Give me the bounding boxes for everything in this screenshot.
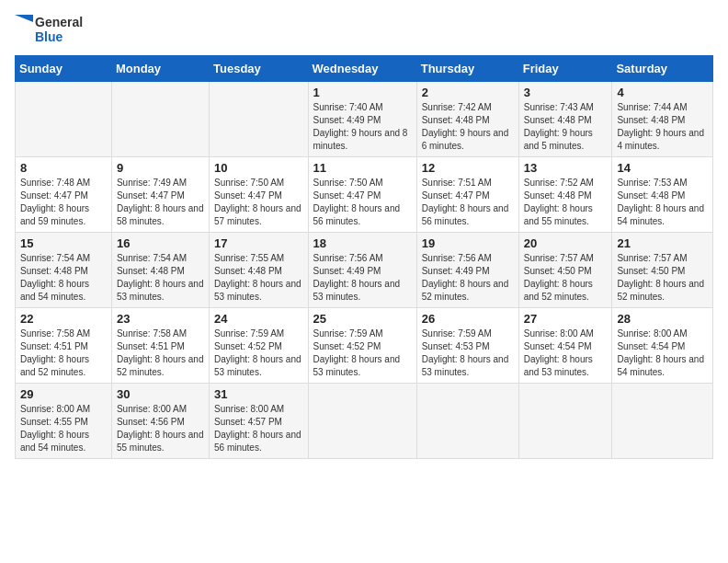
day-number: 20 bbox=[524, 236, 608, 250]
logo: General Blue bbox=[15, 15, 83, 44]
day-info: Sunrise: 7:51 AMSunset: 4:47 PMDaylight:… bbox=[422, 177, 514, 228]
week-row-5: 29Sunrise: 8:00 AMSunset: 4:55 PMDayligh… bbox=[16, 384, 713, 459]
day-info: Sunrise: 7:58 AMSunset: 4:51 PMDaylight:… bbox=[20, 327, 107, 379]
day-cell: 8Sunrise: 7:48 AMSunset: 4:47 PMDaylight… bbox=[16, 157, 112, 233]
day-number: 30 bbox=[117, 387, 204, 401]
svg-marker-0 bbox=[15, 15, 33, 22]
day-cell: 27Sunrise: 8:00 AMSunset: 4:54 PMDayligh… bbox=[518, 308, 612, 384]
week-row-2: 8Sunrise: 7:48 AMSunset: 4:47 PMDaylight… bbox=[16, 157, 713, 233]
day-cell: 26Sunrise: 7:59 AMSunset: 4:53 PMDayligh… bbox=[416, 308, 518, 384]
day-info: Sunrise: 7:53 AMSunset: 4:48 PMDaylight:… bbox=[617, 177, 708, 228]
day-info: Sunrise: 7:49 AMSunset: 4:47 PMDaylight:… bbox=[117, 177, 204, 228]
week-row-4: 22Sunrise: 7:58 AMSunset: 4:51 PMDayligh… bbox=[16, 308, 713, 384]
col-header-friday: Friday bbox=[518, 56, 612, 82]
day-cell bbox=[416, 384, 518, 459]
col-header-saturday: Saturday bbox=[612, 56, 713, 82]
day-cell bbox=[612, 384, 713, 459]
day-info: Sunrise: 8:00 AMSunset: 4:54 PMDaylight:… bbox=[617, 327, 708, 379]
day-number: 28 bbox=[617, 312, 708, 326]
day-number: 23 bbox=[117, 312, 204, 326]
day-info: Sunrise: 7:54 AMSunset: 4:48 PMDaylight:… bbox=[20, 252, 107, 304]
day-cell bbox=[518, 384, 612, 459]
day-number: 13 bbox=[524, 161, 608, 175]
day-number: 8 bbox=[20, 161, 107, 175]
col-header-thursday: Thursday bbox=[416, 56, 518, 82]
day-cell: 3Sunrise: 7:43 AMSunset: 4:48 PMDaylight… bbox=[518, 82, 612, 157]
day-info: Sunrise: 7:57 AMSunset: 4:50 PMDaylight:… bbox=[524, 252, 608, 304]
day-cell: 10Sunrise: 7:50 AMSunset: 4:47 PMDayligh… bbox=[210, 157, 308, 233]
day-cell: 12Sunrise: 7:51 AMSunset: 4:47 PMDayligh… bbox=[416, 157, 518, 233]
col-header-wednesday: Wednesday bbox=[308, 56, 416, 82]
day-cell: 16Sunrise: 7:54 AMSunset: 4:48 PMDayligh… bbox=[111, 233, 209, 308]
day-number: 24 bbox=[214, 312, 302, 326]
day-number: 19 bbox=[422, 236, 514, 250]
day-info: Sunrise: 7:59 AMSunset: 4:53 PMDaylight:… bbox=[422, 327, 514, 379]
day-cell bbox=[111, 82, 209, 157]
day-number: 27 bbox=[524, 312, 608, 326]
col-header-tuesday: Tuesday bbox=[210, 56, 308, 82]
day-cell: 11Sunrise: 7:50 AMSunset: 4:47 PMDayligh… bbox=[308, 157, 416, 233]
day-number: 9 bbox=[117, 161, 204, 175]
week-row-3: 15Sunrise: 7:54 AMSunset: 4:48 PMDayligh… bbox=[16, 233, 713, 308]
calendar-table: SundayMondayTuesdayWednesdayThursdayFrid… bbox=[15, 55, 713, 459]
day-cell: 2Sunrise: 7:42 AMSunset: 4:48 PMDaylight… bbox=[416, 82, 518, 157]
day-info: Sunrise: 7:48 AMSunset: 4:47 PMDaylight:… bbox=[20, 177, 107, 228]
day-number: 12 bbox=[422, 161, 514, 175]
day-info: Sunrise: 7:40 AMSunset: 4:49 PMDaylight:… bbox=[313, 101, 412, 153]
day-info: Sunrise: 7:55 AMSunset: 4:48 PMDaylight:… bbox=[214, 252, 302, 304]
logo-container: General Blue bbox=[15, 15, 83, 44]
day-info: Sunrise: 8:00 AMSunset: 4:56 PMDaylight:… bbox=[117, 403, 204, 454]
day-info: Sunrise: 7:52 AMSunset: 4:48 PMDaylight:… bbox=[524, 177, 608, 228]
day-number: 14 bbox=[617, 161, 708, 175]
day-cell: 31Sunrise: 8:00 AMSunset: 4:57 PMDayligh… bbox=[210, 384, 308, 459]
day-number: 21 bbox=[617, 236, 708, 250]
day-number: 17 bbox=[214, 236, 302, 250]
day-cell: 1Sunrise: 7:40 AMSunset: 4:49 PMDaylight… bbox=[308, 82, 416, 157]
day-cell bbox=[16, 82, 112, 157]
day-number: 18 bbox=[313, 236, 412, 250]
day-cell: 21Sunrise: 7:57 AMSunset: 4:50 PMDayligh… bbox=[612, 233, 713, 308]
day-number: 1 bbox=[313, 86, 412, 99]
day-info: Sunrise: 8:00 AMSunset: 4:54 PMDaylight:… bbox=[524, 327, 608, 379]
logo-blue-text: Blue bbox=[35, 29, 83, 44]
day-number: 15 bbox=[20, 236, 107, 250]
day-cell: 17Sunrise: 7:55 AMSunset: 4:48 PMDayligh… bbox=[210, 233, 308, 308]
col-header-sunday: Sunday bbox=[16, 56, 112, 82]
day-info: Sunrise: 7:44 AMSunset: 4:48 PMDaylight:… bbox=[617, 101, 708, 153]
day-info: Sunrise: 7:59 AMSunset: 4:52 PMDaylight:… bbox=[313, 327, 412, 379]
day-info: Sunrise: 7:56 AMSunset: 4:49 PMDaylight:… bbox=[313, 252, 412, 304]
day-number: 11 bbox=[313, 161, 412, 175]
header: General Blue bbox=[15, 15, 713, 44]
day-info: Sunrise: 7:50 AMSunset: 4:47 PMDaylight:… bbox=[214, 177, 302, 228]
day-info: Sunrise: 8:00 AMSunset: 4:57 PMDaylight:… bbox=[214, 403, 302, 454]
day-cell bbox=[308, 384, 416, 459]
logo-general-text: General bbox=[35, 15, 83, 29]
day-info: Sunrise: 8:00 AMSunset: 4:55 PMDaylight:… bbox=[20, 403, 107, 454]
day-cell: 29Sunrise: 8:00 AMSunset: 4:55 PMDayligh… bbox=[16, 384, 112, 459]
day-info: Sunrise: 7:43 AMSunset: 4:48 PMDaylight:… bbox=[524, 101, 608, 153]
day-cell: 4Sunrise: 7:44 AMSunset: 4:48 PMDaylight… bbox=[612, 82, 713, 157]
day-cell: 13Sunrise: 7:52 AMSunset: 4:48 PMDayligh… bbox=[518, 157, 612, 233]
day-cell: 24Sunrise: 7:59 AMSunset: 4:52 PMDayligh… bbox=[210, 308, 308, 384]
day-cell: 9Sunrise: 7:49 AMSunset: 4:47 PMDaylight… bbox=[111, 157, 209, 233]
day-number: 16 bbox=[117, 236, 204, 250]
day-cell: 28Sunrise: 8:00 AMSunset: 4:54 PMDayligh… bbox=[612, 308, 713, 384]
day-number: 3 bbox=[524, 86, 608, 99]
header-row: SundayMondayTuesdayWednesdayThursdayFrid… bbox=[16, 56, 713, 82]
day-cell: 18Sunrise: 7:56 AMSunset: 4:49 PMDayligh… bbox=[308, 233, 416, 308]
day-info: Sunrise: 7:58 AMSunset: 4:51 PMDaylight:… bbox=[117, 327, 204, 379]
day-cell: 15Sunrise: 7:54 AMSunset: 4:48 PMDayligh… bbox=[16, 233, 112, 308]
day-number: 4 bbox=[617, 86, 708, 99]
day-info: Sunrise: 7:54 AMSunset: 4:48 PMDaylight:… bbox=[117, 252, 204, 304]
day-number: 26 bbox=[422, 312, 514, 326]
day-info: Sunrise: 7:50 AMSunset: 4:47 PMDaylight:… bbox=[313, 177, 412, 228]
day-number: 25 bbox=[313, 312, 412, 326]
day-cell: 23Sunrise: 7:58 AMSunset: 4:51 PMDayligh… bbox=[111, 308, 209, 384]
logo-bird-icon bbox=[15, 15, 33, 44]
week-row-1: 1Sunrise: 7:40 AMSunset: 4:49 PMDaylight… bbox=[16, 82, 713, 157]
day-cell: 14Sunrise: 7:53 AMSunset: 4:48 PMDayligh… bbox=[612, 157, 713, 233]
day-info: Sunrise: 7:42 AMSunset: 4:48 PMDaylight:… bbox=[422, 101, 514, 153]
col-header-monday: Monday bbox=[111, 56, 209, 82]
day-number: 2 bbox=[422, 86, 514, 99]
day-cell: 25Sunrise: 7:59 AMSunset: 4:52 PMDayligh… bbox=[308, 308, 416, 384]
